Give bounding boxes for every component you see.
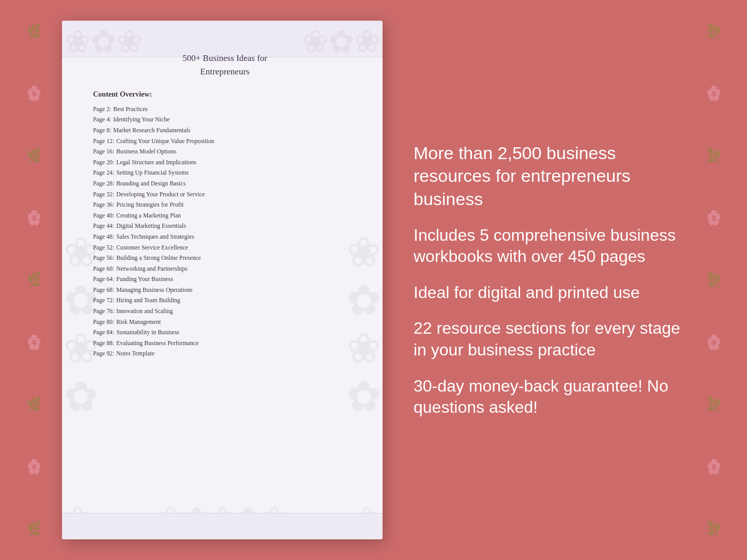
toc-title: Identifying Your Niche	[113, 116, 170, 123]
toc-item: Page 88:Evaluating Business Performance	[93, 338, 357, 349]
document-preview: ❀✿❀ ❀✿❀ ❀✿❀✿ ❀✿❀✿ ❀ ❀✿❀✿❀ ❀ 500+ Busines…	[62, 21, 383, 539]
toc-page-num: Page 36:	[93, 201, 114, 208]
toc-title: Innovation and Scaling	[116, 307, 173, 315]
watermark-bottom-left: ❀	[65, 500, 90, 537]
toc-page-num: Page 32:	[93, 191, 114, 198]
toc-item: Page 72:Hiring and Team Building	[93, 295, 357, 306]
feature-4: 22 resource sections for every stage in …	[414, 318, 685, 361]
toc-page-num: Page 80:	[93, 318, 114, 325]
toc-page-num: Page 44:	[93, 222, 114, 229]
feature-1: More than 2,500 business resources for e…	[414, 142, 685, 210]
toc-page-num: Page 88:	[93, 339, 114, 347]
toc-page-num: Page 2:	[93, 105, 111, 113]
table-of-contents: Page 2:Best PracticesPage 4:Identifying …	[93, 104, 357, 359]
toc-page-num: Page 56:	[93, 254, 114, 261]
toc-item: Page 4:Identifying Your Niche	[93, 115, 357, 126]
toc-title: Best Practices	[113, 105, 148, 113]
content-overview-label: Content Overview:	[93, 90, 357, 99]
doc-title-line1: 500+ Business Ideas for	[182, 53, 267, 63]
toc-page-num: Page 60:	[93, 265, 114, 272]
toc-page-num: Page 20:	[93, 159, 114, 166]
toc-page-num: Page 72:	[93, 297, 114, 304]
toc-item: Page 68:Managing Business Operations	[93, 285, 357, 295]
feature-2: Includes 5 comprehensive business workbo…	[414, 225, 685, 268]
toc-page-num: Page 40:	[93, 212, 114, 219]
toc-item: Page 24:Setting Up Financial Systems	[93, 168, 357, 179]
toc-page-num: Page 52:	[93, 244, 114, 251]
toc-title: Customer Service Excellence	[116, 244, 188, 251]
watermark-bottom-center: ❀✿❀✿❀	[158, 500, 287, 537]
toc-item: Page 32:Developing Your Product or Servi…	[93, 189, 357, 200]
toc-title: Hiring and Team Building	[116, 297, 180, 304]
toc-title: Risk Management	[116, 318, 161, 325]
feature-5: 30-day money-back guarantee! No question…	[414, 376, 685, 418]
toc-item: Page 16:Business Model Options	[93, 146, 357, 157]
toc-item: Page 76:Innovation and Scaling	[93, 306, 357, 317]
toc-title: Networking and Partnerships	[116, 265, 188, 272]
toc-title: Evaluating Business Performance	[116, 339, 199, 347]
toc-title: Creating a Marketing Plan	[116, 212, 181, 219]
toc-title: Business Model Options	[116, 148, 176, 155]
toc-item: Page 92:Notes Template	[93, 349, 357, 360]
toc-page-num: Page 48:	[93, 233, 114, 240]
toc-item: Page 12:Crafting Your Unique Value Propo…	[93, 136, 357, 147]
toc-item: Page 64:Funding Your Business	[93, 274, 357, 285]
toc-page-num: Page 92:	[93, 350, 114, 357]
toc-page-num: Page 12:	[93, 137, 114, 145]
toc-page-num: Page 76:	[93, 307, 114, 315]
toc-item: Page 2:Best Practices	[93, 104, 357, 115]
toc-item: Page 56:Building a Strong Online Presenc…	[93, 253, 357, 263]
toc-page-num: Page 24:	[93, 169, 114, 176]
toc-item: Page 84:Sustainability in Business	[93, 327, 357, 338]
toc-item: Page 40:Creating a Marketing Plan	[93, 210, 357, 221]
toc-item: Page 52:Customer Service Excellence	[93, 242, 357, 253]
toc-page-num: Page 28:	[93, 180, 114, 187]
toc-title: Market Research Fundamentals	[113, 127, 190, 134]
toc-page-num: Page 68:	[93, 286, 114, 293]
toc-page-num: Page 8:	[93, 127, 111, 134]
watermark-bottom-right: ❀	[354, 500, 380, 537]
toc-title: Sustainability in Business	[116, 329, 179, 336]
toc-item: Page 48:Sales Techniques and Strategies	[93, 231, 357, 242]
toc-title: Developing Your Product or Service	[116, 191, 205, 198]
toc-title: Funding Your Business	[116, 275, 173, 283]
toc-title: Digital Marketing Essentials	[116, 222, 186, 229]
toc-item: Page 36:Pricing Strategies for Profit	[93, 199, 357, 210]
toc-title: Branding and Design Basics	[116, 180, 186, 187]
document-title: 500+ Business Ideas for Entrepreneurs	[93, 52, 357, 78]
toc-page-num: Page 4:	[93, 116, 111, 123]
features-panel: More than 2,500 business resources for e…	[383, 21, 706, 539]
toc-title: Notes Template	[116, 350, 155, 357]
toc-page-num: Page 64:	[93, 275, 114, 283]
toc-title: Legal Structure and Implications	[116, 159, 196, 166]
toc-title: Pricing Strategies for Profit	[116, 201, 184, 208]
toc-page-num: Page 84:	[93, 329, 114, 336]
doc-title-line2: Entrepreneurs	[200, 67, 249, 76]
toc-item: Page 8:Market Research Fundamentals	[93, 125, 357, 136]
toc-title: Sales Techniques and Strategies	[116, 233, 194, 240]
toc-item: Page 60:Networking and Partnerships	[93, 263, 357, 274]
toc-item: Page 44:Digital Marketing Essentials	[93, 221, 357, 232]
toc-item: Page 28:Branding and Design Basics	[93, 178, 357, 189]
toc-title: Crafting Your Unique Value Proposition	[116, 137, 215, 145]
toc-item: Page 80:Risk Management	[93, 317, 357, 328]
toc-title: Managing Business Operations	[116, 286, 192, 293]
main-layout: ❀✿❀ ❀✿❀ ❀✿❀✿ ❀✿❀✿ ❀ ❀✿❀✿❀ ❀ 500+ Busines…	[0, 0, 747, 560]
toc-item: Page 20:Legal Structure and Implications	[93, 157, 357, 168]
toc-title: Building a Strong Online Presence	[116, 254, 201, 261]
toc-title: Setting Up Financial Systems	[116, 169, 189, 176]
feature-3: Ideal for digital and printed use	[414, 282, 685, 304]
toc-page-num: Page 16:	[93, 148, 114, 155]
